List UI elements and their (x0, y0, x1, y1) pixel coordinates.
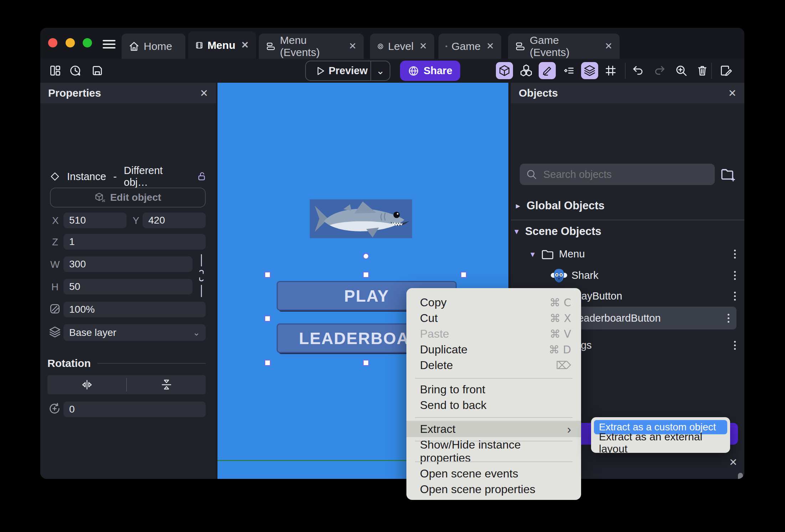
x-label: X (52, 215, 59, 226)
flip-vertical-icon (160, 379, 173, 390)
tab-home[interactable]: Home (122, 34, 185, 59)
menu-item-send-to-back[interactable]: Send to back (406, 397, 581, 413)
menu-item-extract[interactable]: Extract › (406, 421, 581, 437)
traffic-light-close[interactable] (48, 38, 57, 47)
kebab-menu-icon[interactable] (734, 339, 736, 352)
edit-mode-button[interactable] (539, 62, 556, 79)
shark-instance[interactable] (310, 199, 412, 238)
panels-layout-button[interactable] (47, 62, 64, 79)
tab-close-icon[interactable]: ✕ (605, 41, 612, 52)
redo-button[interactable] (651, 62, 668, 79)
undo-button[interactable] (629, 62, 646, 79)
link-wh-icon[interactable] (197, 254, 206, 297)
traffic-light-minimize[interactable] (66, 38, 75, 47)
rotation-section-header: Rotation (47, 357, 206, 369)
tab-close-icon[interactable]: ✕ (241, 40, 249, 51)
kebab-menu-icon[interactable] (734, 248, 736, 260)
pencil-icon (542, 65, 553, 76)
tab-game[interactable]: Game ✕ (438, 34, 501, 59)
delete-button[interactable] (694, 62, 711, 79)
properties-title: Properties (48, 87, 101, 99)
menu-item-delete[interactable]: Delete ⌦ (406, 357, 581, 373)
z-input[interactable] (63, 234, 206, 250)
chevron-down-icon: ⌄ (193, 328, 200, 338)
selection-handle-top-right[interactable] (461, 272, 467, 278)
x-input[interactable] (63, 213, 127, 228)
share-button[interactable]: Share (400, 61, 460, 81)
play-button-label: PLAY (344, 286, 389, 306)
instances-list-button[interactable] (560, 62, 577, 79)
grid-toggle-button[interactable] (602, 62, 619, 79)
rotation-input[interactable] (63, 401, 206, 417)
preview-button[interactable]: Preview ⌄ (305, 61, 390, 81)
screenshot-root: Home Menu ✕ Menu (Events) ✕ (0, 0, 785, 532)
submenu-item-extract-external-layout[interactable]: Extract as an external layout (594, 436, 727, 450)
shortcut-label: ⌘ D (549, 343, 571, 356)
tab-label: Menu (207, 39, 235, 51)
close-icon[interactable]: ✕ (200, 87, 208, 99)
globe-icon (408, 65, 419, 77)
scrollbar-thumb[interactable] (738, 473, 743, 479)
scene-objects-section[interactable]: ▾ Scene Objects (514, 223, 739, 240)
tree-item-shark[interactable]: Shark (511, 266, 744, 285)
objects-panel-header: Objects ✕ (511, 83, 744, 103)
preview-dropdown-chevron-icon[interactable]: ⌄ (371, 65, 390, 77)
trash-icon (696, 65, 708, 77)
tab-close-icon[interactable]: ✕ (349, 41, 356, 52)
layer-select[interactable]: Base layer ⌄ (63, 324, 206, 341)
menu-item-copy[interactable]: Copy ⌘ C (406, 295, 581, 310)
opacity-input[interactable] (63, 302, 206, 317)
selection-handle-bottom-center[interactable] (363, 360, 369, 366)
unlock-icon[interactable] (197, 172, 207, 181)
close-icon[interactable]: ✕ (728, 87, 737, 99)
tab-label: Menu (Events) (280, 34, 343, 58)
traffic-light-zoom[interactable] (83, 38, 92, 47)
add-folder-icon[interactable] (720, 167, 735, 182)
zoom-in-button[interactable] (673, 62, 690, 79)
tab-level[interactable]: Level ✕ (370, 34, 434, 59)
kebab-menu-icon[interactable] (734, 269, 736, 282)
tab-label: Level (388, 40, 414, 52)
history-button[interactable] (67, 62, 84, 79)
menu-item-open-scene-properties[interactable]: Open scene properties (406, 481, 581, 497)
global-objects-section[interactable]: ▸ Global Objects (516, 198, 737, 214)
h-input[interactable] (63, 279, 193, 295)
kebab-menu-icon[interactable] (728, 312, 729, 324)
tree-item-label: LeaderboardButton (572, 312, 661, 324)
tab-close-icon[interactable]: ✕ (419, 41, 427, 52)
search-box[interactable] (520, 164, 715, 185)
tab-close-icon[interactable]: ✕ (486, 41, 494, 52)
save-button[interactable] (89, 62, 106, 79)
tab-game-events[interactable]: Game (Events) ✕ (508, 34, 620, 59)
selection-handle-mid-left[interactable] (265, 316, 271, 322)
edit-object-button[interactable]: 2D Edit object (50, 188, 206, 208)
y-input[interactable] (143, 213, 206, 228)
tab-menu[interactable]: Menu ✕ (188, 31, 256, 59)
properties-panel-header: Properties ✕ (40, 83, 216, 103)
search-input[interactable] (543, 168, 701, 181)
close-icon[interactable]: ✕ (729, 456, 737, 468)
selection-handle-bottom-left[interactable] (265, 360, 271, 366)
kebab-menu-icon[interactable] (734, 290, 736, 302)
svg-text:2D: 2D (102, 199, 105, 203)
menu-item-bring-to-front[interactable]: Bring to front (406, 382, 581, 397)
tree-folder-menu[interactable]: ▾ Menu (511, 245, 744, 264)
selection-handle-top-center[interactable] (363, 272, 369, 278)
menu-item-duplicate[interactable]: Duplicate ⌘ D (406, 342, 581, 357)
shortcut-label: ⌘ C (550, 296, 571, 309)
objects-panel-toggle-button[interactable] (496, 62, 513, 79)
edit-scene-properties-button[interactable] (718, 62, 735, 79)
hamburger-menu-icon[interactable] (103, 38, 116, 51)
shortcut-label: ⌘ V (550, 328, 571, 340)
w-input[interactable] (63, 256, 193, 272)
object-groups-button[interactable] (518, 62, 535, 79)
selection-rotate-handle[interactable] (363, 253, 369, 259)
tab-menu-events[interactable]: Menu (Events) ✕ (259, 34, 364, 59)
selection-handle-top-left[interactable] (265, 272, 271, 278)
layers-panel-toggle-button[interactable] (581, 62, 598, 79)
flip-horizontal-button[interactable] (47, 375, 126, 394)
menu-item-open-scene-events[interactable]: Open scene events (406, 466, 581, 481)
flip-vertical-button[interactable] (127, 375, 206, 394)
menu-item-show-hide-instance-properties[interactable]: Show/Hide instance properties (406, 444, 581, 459)
menu-item-cut[interactable]: Cut ⌘ X (406, 310, 581, 326)
